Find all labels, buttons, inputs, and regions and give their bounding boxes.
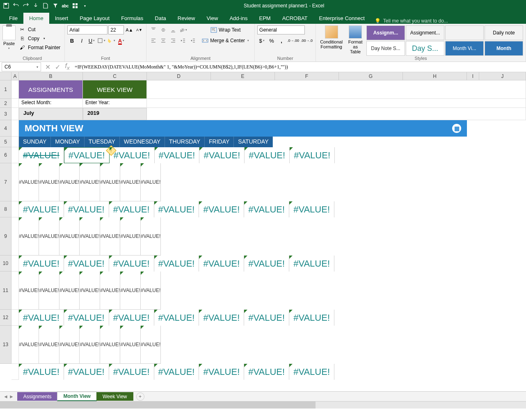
calendar-note-cell[interactable]: #VALUE! [19,163,39,201]
tell-me-search[interactable]: 💡 Tell me what you want to do... [370,18,452,24]
calendar-note-cell[interactable]: #VALUE! [100,163,120,201]
calendar-note-cell[interactable]: #VALUE! [120,163,140,201]
calendar-date-cell[interactable]: #VALUE! [199,256,244,272]
name-box[interactable]: C6▾ [2,62,41,71]
calendar-note-cell[interactable]: #VALUE! [141,326,161,364]
calendar-date-cell[interactable]: #VALUE! [19,256,64,272]
row-header[interactable]: 10 [0,256,11,272]
calendar-note-cell[interactable]: #VALUE! [120,272,140,310]
font-name-input[interactable] [67,25,107,34]
calendar-date-cell[interactable]: #VALUE! [110,147,155,163]
calendar-date-cell[interactable]: #VALUE! [199,201,244,217]
tab-data[interactable]: Data [149,13,172,24]
calendar-note-cell[interactable]: #VALUE! [39,163,59,201]
calendar-date-cell[interactable]: #VALUE! [244,364,289,380]
row-header[interactable]: 3 [0,108,11,120]
decrease-indent-button[interactable] [178,36,188,45]
tab-formulas[interactable]: Formulas [115,13,149,24]
copy-button[interactable]: ⎘Copy▾ [17,34,62,43]
undo-icon[interactable] [11,1,21,10]
tab-acrobat[interactable]: ACROBAT [277,13,313,24]
touch-mode-icon[interactable] [31,1,40,10]
merge-center-button[interactable]: Merge & Center [199,36,252,45]
italic-button[interactable]: I [77,36,86,45]
calendar-date-cell[interactable]: #VALUE! [244,310,289,326]
calendar-note-cell[interactable]: #VALUE! [39,217,59,256]
fill-color-button[interactable] [107,36,116,45]
calendar-note-cell[interactable]: #VALUE! [100,272,120,310]
tab-file[interactable]: File [3,13,23,24]
tab-home[interactable]: Home [23,13,49,24]
sheet-cells[interactable]: ASSIGNMENTS WEEK VIEW Select Month: Ente… [11,80,526,380]
calendar-date-cell[interactable]: #VALUE! [154,310,199,326]
row-header[interactable]: 8 [0,201,11,217]
calendar-date-cell[interactable]: #VALUE! [109,201,154,217]
row-header[interactable]: 6 [0,147,11,163]
increase-indent-button[interactable] [188,36,197,45]
col-header[interactable]: G [339,72,403,80]
row-header[interactable]: 4 [0,120,11,137]
style-assignment[interactable]: Assignment... [406,25,444,40]
col-header[interactable]: A [11,72,19,80]
col-header[interactable]: E [211,72,275,80]
calendar-date-cell[interactable]: #VALUE! [199,147,245,163]
new-file-icon[interactable] [41,1,50,10]
fx-button[interactable]: fx [62,62,72,71]
format-as-table-button[interactable]: Format as Table [346,25,365,54]
calendar-date-cell[interactable]: #VALUE! [19,364,64,380]
calendar-note-cell[interactable]: #VALUE! [120,326,140,364]
calendar-date-cell[interactable]: #VALUE! [244,256,289,272]
format-painter-button[interactable]: 🖌Format Painter [17,43,62,52]
calendar-note-cell[interactable]: #VALUE! [80,163,100,201]
align-middle-button[interactable] [159,25,168,34]
font-color-button[interactable]: A [117,36,126,45]
align-right-button[interactable] [169,36,178,45]
calendar-note-cell[interactable]: #VALUE! [120,217,140,256]
conditional-formatting-button[interactable]: Conditional Formatting [318,25,344,49]
decrease-decimal-button[interactable]: .00→.0 [300,36,313,45]
calendar-note-cell[interactable]: #VALUE! [39,326,59,364]
calendar-date-cell[interactable]: #VALUE! [154,256,199,272]
calendar-date-cell[interactable]: #VALUE! [19,310,64,326]
calendar-note-cell[interactable]: #VALUE! [59,326,80,364]
col-header[interactable]: H [403,72,467,80]
calendar-note-cell[interactable]: #VALUE! [39,272,59,310]
row-header[interactable]: 11 [0,272,11,310]
row-header[interactable]: 1 [0,80,11,99]
font-size-input[interactable] [108,25,124,34]
col-header[interactable]: I [467,72,479,80]
enter-formula-button[interactable]: ✓ [53,62,62,71]
style-assignments[interactable]: Assignm... [366,25,405,40]
style-day-note-s[interactable]: Day Note S... [366,41,405,56]
tab-insert[interactable]: Insert [49,13,74,24]
spellcheck-icon[interactable]: abc [61,1,70,10]
calendar-note-cell[interactable]: #VALUE! [80,217,100,256]
align-bottom-button[interactable] [169,25,178,34]
style-month[interactable]: Month [485,41,523,56]
row-header[interactable]: 5 [0,137,11,147]
sheet-tab-assignments[interactable]: Assignments [17,392,58,401]
align-top-button[interactable] [149,25,158,34]
comma-format-button[interactable]: , [277,36,286,45]
tab-nav-prev-icon[interactable]: ◄ [3,394,8,399]
row-header[interactable]: 13 [0,326,11,364]
align-left-button[interactable] [149,36,158,45]
select-all-corner[interactable] [0,72,11,80]
row-header[interactable]: 9 [0,217,11,256]
wrap-text-button[interactable]: Wrap Text [199,25,252,34]
year-input-cell[interactable]: 2019 [83,108,147,120]
tab-view[interactable]: View [201,13,224,24]
calendar-date-cell[interactable]: #VALUE! [245,147,290,163]
calendar-date-cell[interactable]: #VALUE! [109,310,154,326]
cell-styles-gallery[interactable]: Assignm... Assignment... Daily note Day … [366,25,523,56]
calendar-date-cell[interactable]: #VALUE! [109,256,154,272]
col-header[interactable]: C [83,72,147,80]
tab-page-layout[interactable]: Page Layout [74,13,115,24]
calendar-note-cell[interactable]: #VALUE! [80,272,100,310]
paste-button[interactable]: Paste ▾ [2,25,16,50]
calendar-date-cell[interactable]: #VALUE! [290,147,335,163]
tab-epm[interactable]: EPM [253,13,276,24]
row-header[interactable]: 2 [0,99,11,108]
cancel-formula-button[interactable]: ✕ [43,62,53,71]
col-header[interactable]: D [147,72,211,80]
